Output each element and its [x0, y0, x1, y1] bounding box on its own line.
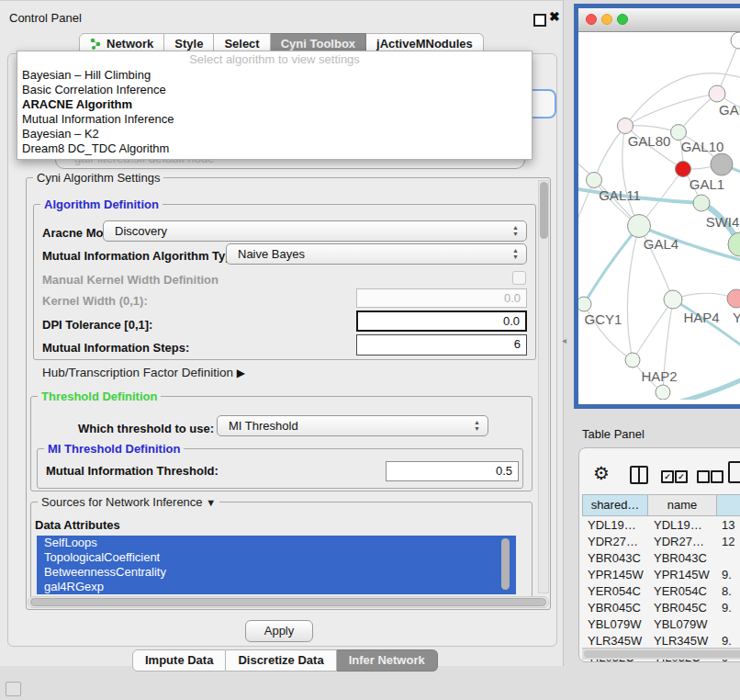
- kernel-width-field[interactable]: 0.0: [356, 288, 527, 308]
- network-node-label: GAL11: [599, 187, 641, 203]
- network-window-titlebar[interactable]: [578, 8, 740, 32]
- network-node-label: GCY1: [585, 311, 622, 327]
- algorithm-dropdown-popup: Select algorithm to view settings Bayesi…: [17, 51, 533, 160]
- network-edge: [633, 299, 673, 360]
- checked-checkbox-icon[interactable]: ✓: [675, 470, 688, 483]
- float-window-icon[interactable]: [533, 14, 546, 27]
- close-icon[interactable]: ✖: [549, 9, 560, 24]
- combo-arrows-icon: ▲▼: [474, 419, 480, 432]
- settings-vertical-scrollbar-thumb[interactable]: [540, 182, 548, 239]
- mi-threshold-field[interactable]: 0.5: [386, 461, 519, 481]
- table-cell: YER054C: [588, 583, 646, 600]
- network-node[interactable]: [728, 232, 740, 256]
- algorithm-option[interactable]: Dream8 DC_TDC Algorithm: [17, 141, 532, 156]
- dpi-tolerance-field[interactable]: 0.0: [356, 310, 527, 332]
- network-node[interactable]: [664, 290, 682, 309]
- network-node[interactable]: [618, 119, 633, 134]
- mi-threshold-group-title: MI Threshold Definition: [44, 443, 184, 456]
- algorithm-option[interactable]: Bayesian – Hill Climbing: [17, 68, 532, 83]
- hub-section-toggle[interactable]: Hub/Transcription Factor Definition ▶: [42, 366, 245, 379]
- mi-threshold-label: Mutual Information Threshold:: [46, 464, 219, 478]
- table-horizontal-scrollbar[interactable]: [582, 648, 740, 660]
- chevron-right-icon: ▶: [237, 367, 245, 379]
- network-node-label: GAL80: [628, 133, 671, 149]
- unchecked-checkbox-icon[interactable]: [711, 470, 723, 483]
- algorithm-option[interactable]: Bayesian – K2: [17, 127, 532, 141]
- table-cell: YDL19…: [588, 517, 646, 534]
- columns-icon[interactable]: [630, 466, 648, 484]
- table-cell: YBR045C: [654, 600, 715, 616]
- collapsed-panel-icon[interactable]: [6, 682, 21, 696]
- algorithm-option[interactable]: ARACNE Algorithm: [17, 97, 532, 112]
- table-column-header[interactable]: name: [648, 494, 717, 516]
- tab-discretize-data[interactable]: Discretize Data: [226, 649, 336, 672]
- algorithm-definition-title: Algorithm Definition: [40, 198, 163, 211]
- network-node-label: HAP2: [641, 368, 677, 384]
- unchecked-checkbox-icon[interactable]: [697, 470, 710, 483]
- table-cell: YPR145W: [588, 567, 646, 583]
- attribute-list-item[interactable]: TopologicalCoefficient: [37, 550, 516, 565]
- attributes-list-scrollbar-thumb[interactable]: [501, 538, 510, 590]
- attribute-list-item[interactable]: BetweennessCentrality: [37, 565, 516, 580]
- checked-checkbox-icon[interactable]: ✓: [661, 470, 674, 483]
- network-node-label: GAL: [719, 102, 740, 118]
- table-cell: 12: [722, 534, 740, 550]
- mi-algorithm-type-combo[interactable]: Naive Bayes ▲▼: [226, 243, 527, 265]
- network-node[interactable]: [731, 32, 740, 49]
- network-edge: [594, 126, 625, 180]
- network-node[interactable]: [711, 153, 733, 175]
- network-node[interactable]: [676, 162, 691, 177]
- table-horizontal-scrollbar-thumb[interactable]: [584, 650, 740, 658]
- panel-splitter-arrow[interactable]: ◂: [562, 335, 566, 345]
- table-column-header[interactable]: A: [717, 494, 740, 516]
- network-node[interactable]: [693, 195, 710, 211]
- network-node-label: HAP4: [683, 310, 719, 325]
- table-cell: 8.: [722, 583, 740, 600]
- bottom-tabbar: Impute Data Discretize Data Infer Networ…: [132, 649, 438, 672]
- control-panel-title: Control Panel: [9, 11, 82, 25]
- mac-minimize-icon[interactable]: [601, 14, 612, 25]
- mac-zoom-icon[interactable]: [617, 14, 628, 25]
- gear-icon[interactable]: ⚙: [593, 462, 610, 484]
- table-cell: 9.: [722, 600, 740, 616]
- table-cell: YDL19…: [654, 517, 715, 534]
- attribute-list-item[interactable]: gal4RGexp: [37, 580, 516, 594]
- mac-close-icon[interactable]: [586, 14, 597, 25]
- table-cell: YBR043C: [588, 550, 646, 567]
- network-node[interactable]: [578, 297, 591, 311]
- network-node[interactable]: [587, 173, 602, 188]
- document-icon[interactable]: [728, 461, 740, 483]
- mi-steps-field[interactable]: 6: [356, 334, 527, 356]
- which-threshold-combo[interactable]: MI Threshold ▲▼: [217, 415, 488, 436]
- aracne-mode-combo[interactable]: Discovery ▲▼: [103, 220, 527, 242]
- manual-kernel-width-label: Manual Kernel Width Definition: [42, 273, 219, 287]
- table-cell: YDR27…: [654, 534, 715, 550]
- network-edge: [627, 226, 639, 360]
- network-node[interactable]: [628, 215, 651, 238]
- network-node[interactable]: [656, 385, 670, 400]
- settings-horizontal-scrollbar-thumb[interactable]: [30, 598, 546, 606]
- screen: Control Panel ✖ Network Style Select Cyn…: [0, 0, 740, 700]
- network-icon: [90, 38, 102, 50]
- network-node[interactable]: [625, 353, 640, 367]
- algorithm-option[interactable]: Basic Correlation Inference: [17, 83, 532, 97]
- tab-impute-data[interactable]: Impute Data: [132, 649, 226, 672]
- network-node[interactable]: [671, 125, 687, 141]
- table-column-header[interactable]: shared…: [582, 494, 648, 516]
- tab-infer-network[interactable]: Infer Network: [337, 649, 438, 672]
- network-edge: [673, 299, 740, 356]
- sources-group-toggle[interactable]: Sources for Network Inference ▼: [38, 496, 219, 509]
- manual-kernel-width-checkbox[interactable]: [512, 271, 526, 285]
- network-node-label: GAL1: [690, 176, 724, 192]
- data-attributes-label: Data Attributes: [35, 518, 120, 532]
- apply-button[interactable]: Apply: [245, 620, 313, 642]
- table-cell: YER054C: [654, 583, 715, 600]
- attribute-list-item[interactable]: SelfLoops: [37, 536, 516, 550]
- network-node[interactable]: [727, 289, 740, 308]
- network-node[interactable]: [709, 85, 725, 102]
- settings-vertical-scrollbar[interactable]: [538, 180, 549, 593]
- table-header: shared…nameA: [582, 494, 740, 516]
- table-panel-title: Table Panel: [582, 427, 645, 441]
- algorithm-option[interactable]: Mutual Information Inference: [17, 112, 532, 127]
- network-canvas[interactable]: GALGAL80GAL10GAL1GAL11SWI4GAL4GCY1HAP4YH…: [578, 32, 740, 400]
